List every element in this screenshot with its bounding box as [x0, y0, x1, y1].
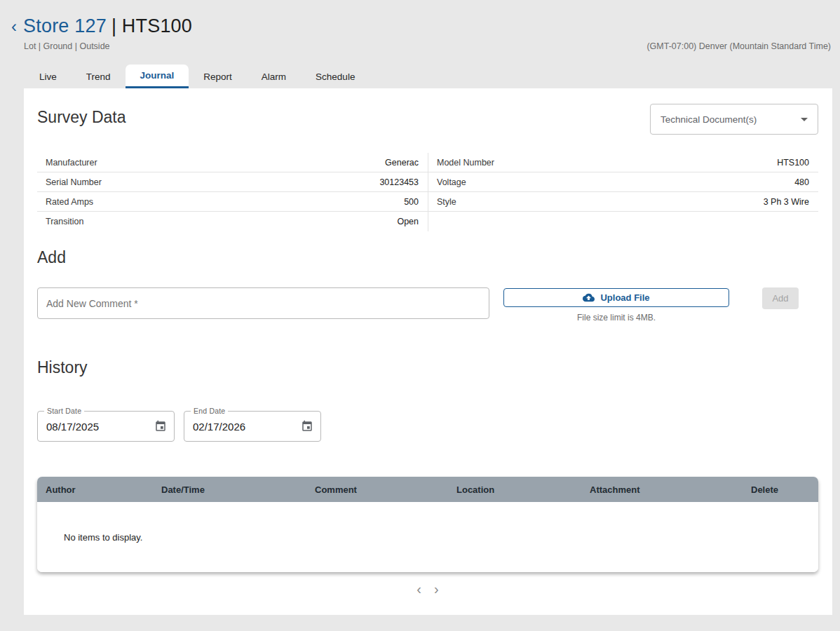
page-title: Store 127| HTS100	[23, 15, 192, 37]
tab-trend[interactable]: Trend	[72, 65, 126, 88]
tab-bar: Live Trend Journal Report Alarm Schedule	[25, 65, 370, 88]
survey-column-right: Model Number HTS100 Voltage 480 Style 3 …	[428, 153, 818, 231]
back-chevron-icon[interactable]: ‹	[11, 18, 17, 35]
field-label: Transition	[46, 217, 83, 226]
tab-report[interactable]: Report	[189, 65, 247, 88]
timezone-label: (GMT-07:00) Denver (Mountain Standard Ti…	[646, 41, 831, 51]
column-header-comment: Comment	[306, 484, 448, 495]
start-date-label: Start Date	[44, 407, 84, 415]
content-card: Survey Data Technical Document(s) Manufa…	[24, 88, 832, 615]
column-header-datetime: Date/Time	[153, 484, 306, 495]
field-label: Serial Number	[46, 177, 102, 187]
tab-schedule[interactable]: Schedule	[301, 65, 370, 88]
tab-journal[interactable]: Journal	[126, 65, 189, 88]
file-size-note: File size limit is 4MB.	[503, 313, 729, 323]
column-header-author: Author	[37, 484, 153, 495]
upload-file-button[interactable]: Upload File	[503, 288, 729, 307]
survey-row-empty	[428, 212, 818, 231]
date-filter-row: Start Date End Date	[37, 411, 321, 442]
cloud-upload-icon	[583, 292, 595, 304]
history-heading: History	[37, 358, 88, 377]
field-label: Model Number	[437, 158, 494, 168]
field-value: 3 Ph 3 Wire	[764, 197, 809, 207]
location-breadcrumb: Lot | Ground | Outside	[24, 41, 110, 51]
calendar-icon[interactable]	[154, 420, 167, 433]
tab-alarm[interactable]: Alarm	[247, 65, 301, 88]
end-date-input[interactable]	[193, 421, 301, 433]
start-date-field[interactable]: Start Date	[37, 411, 175, 442]
end-date-label: End Date	[191, 407, 228, 415]
survey-row-voltage: Voltage 480	[428, 172, 818, 192]
add-button[interactable]: Add	[762, 287, 799, 309]
history-table: Author Date/Time Comment Location Attach…	[37, 477, 818, 572]
survey-row-model-number: Model Number HTS100	[428, 153, 818, 172]
field-value: Generac	[385, 158, 419, 168]
empty-message: No items to display.	[37, 532, 142, 543]
survey-row-manufacturer: Manufacturer Generac	[37, 153, 428, 172]
field-value: 30123453	[379, 177, 419, 187]
tab-live[interactable]: Live	[25, 65, 72, 88]
field-label: Style	[437, 197, 456, 207]
end-date-field[interactable]: End Date	[184, 411, 321, 442]
survey-table: Manufacturer Generac Serial Number 30123…	[37, 153, 818, 231]
field-value: 500	[404, 197, 419, 207]
previous-page-button[interactable]: ‹	[416, 582, 421, 596]
survey-row-transition: Transition Open	[37, 212, 428, 231]
device-name: | HTS100	[111, 15, 192, 36]
chevron-down-icon	[801, 118, 808, 121]
field-label: Voltage	[437, 177, 466, 187]
journal-page: ‹ Store 127| HTS100 Lot | Ground | Outsi…	[0, 0, 840, 631]
upload-file-label: Upload File	[600, 292, 649, 303]
survey-row-serial-number: Serial Number 30123453	[37, 172, 428, 192]
history-table-body: No items to display.	[37, 502, 818, 572]
survey-row-rated-amps: Rated Amps 500	[37, 192, 428, 212]
field-value: Open	[397, 217, 419, 226]
store-link[interactable]: Store 127	[23, 15, 107, 36]
survey-data-heading: Survey Data	[37, 108, 126, 127]
field-value: 480	[794, 177, 809, 187]
technical-documents-dropdown[interactable]: Technical Document(s)	[650, 104, 818, 135]
survey-column-left: Manufacturer Generac Serial Number 30123…	[37, 153, 428, 231]
field-label: Rated Amps	[46, 197, 93, 207]
field-value: HTS100	[777, 158, 809, 168]
field-label: Manufacturer	[46, 158, 97, 168]
column-header-location: Location	[448, 484, 581, 495]
calendar-icon[interactable]	[301, 420, 313, 433]
pagination: ‹ ›	[37, 582, 818, 596]
new-comment-input[interactable]	[37, 287, 489, 319]
history-table-header: Author Date/Time Comment Location Attach…	[37, 477, 818, 502]
dropdown-value: Technical Document(s)	[661, 114, 801, 125]
add-heading: Add	[37, 248, 66, 267]
column-header-delete: Delete	[743, 484, 818, 495]
column-header-attachment: Attachment	[581, 484, 743, 495]
next-page-button[interactable]: ›	[434, 582, 439, 596]
start-date-input[interactable]	[46, 421, 154, 433]
survey-row-style: Style 3 Ph 3 Wire	[428, 192, 818, 212]
